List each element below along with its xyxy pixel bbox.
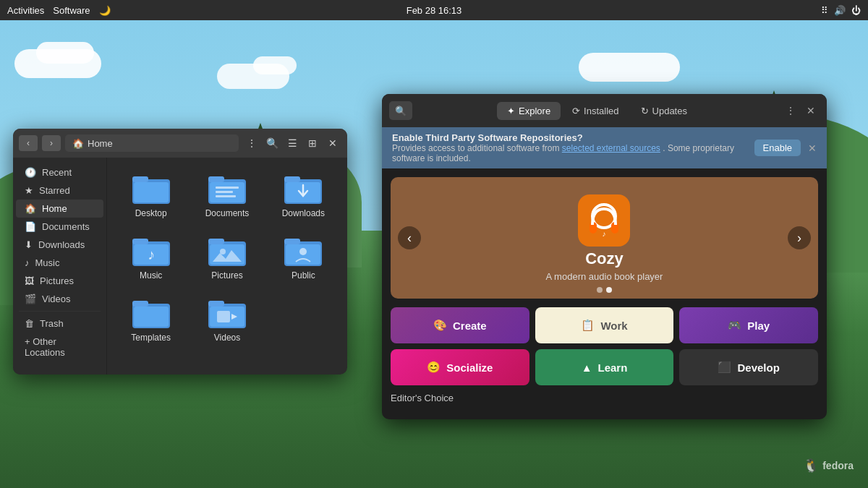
file-manager-window: ‹ › 🏠 Home ⋮ 🔍 ☰ ⊞ ✕ 🕐 Recent xyxy=(13,129,347,374)
sc-tabs: ✦ Explore ⟳ Installed ↻ Updates xyxy=(418,102,776,120)
starred-icon: ★ xyxy=(25,185,33,196)
svg-rect-17 xyxy=(208,239,224,244)
sc-hero-carousel: ‹ ♪ Cozy A modern audio book player › xyxy=(391,177,818,299)
svg-rect-4 xyxy=(208,176,224,182)
volume-icon[interactable]: 🔊 xyxy=(834,5,846,16)
fm-search-button[interactable]: 🔍 xyxy=(263,134,281,152)
sidebar-label-other: + Other Locations xyxy=(25,336,95,358)
sc-hero-dot-2[interactable] xyxy=(606,287,612,293)
folder-videos[interactable]: Videos xyxy=(192,291,262,347)
sc-category-create[interactable]: 🎨 Create xyxy=(391,307,529,343)
sidebar-item-documents[interactable]: 📄 Documents xyxy=(16,218,103,236)
fm-home-icon: 🏠 xyxy=(72,138,84,149)
svg-point-23 xyxy=(299,248,307,255)
work-icon: 📋 xyxy=(581,319,595,332)
tab-explore-label: Explore xyxy=(519,106,550,116)
fm-close-button[interactable]: ✕ xyxy=(324,134,341,152)
sc-banner-close-button[interactable]: ✕ xyxy=(808,142,817,154)
socialize-label: Socialize xyxy=(446,361,493,374)
sc-tab-updates[interactable]: ↻ Updates xyxy=(631,102,697,120)
sidebar-item-recent[interactable]: 🕐 Recent xyxy=(16,163,103,181)
sc-banner-link[interactable]: selected external sources xyxy=(562,143,660,153)
software-center-window: 🔍 ✦ Explore ⟳ Installed ↻ Updates ⋮ ✕ xyxy=(382,94,827,419)
sc-menu-button[interactable]: ⋮ xyxy=(782,102,799,119)
sc-hero-prev-button[interactable]: ‹ xyxy=(398,226,421,249)
learn-icon: ▲ xyxy=(582,361,592,374)
svg-point-19 xyxy=(220,249,226,254)
sidebar-item-trash[interactable]: 🗑 Trash xyxy=(16,314,103,333)
svg-rect-1 xyxy=(132,176,148,182)
folder-pictures-label: Pictures xyxy=(211,270,242,281)
sidebar-item-home[interactable]: 🏠 Home xyxy=(16,200,103,218)
sc-hero-next-button[interactable]: › xyxy=(788,226,811,249)
home-icon: 🏠 xyxy=(25,203,36,214)
sidebar-item-pictures[interactable]: 🖼 Pictures xyxy=(16,272,103,290)
sc-tab-explore[interactable]: ✦ Explore xyxy=(497,102,561,120)
trash-icon: 🗑 xyxy=(25,318,34,329)
fm-list-view-button[interactable]: ☰ xyxy=(284,134,301,152)
fm-grid-view-button[interactable]: ⊞ xyxy=(304,134,321,152)
sc-category-work[interactable]: 📋 Work xyxy=(535,307,674,343)
power-icon[interactable]: ⏻ xyxy=(851,5,861,16)
sc-hero-dots xyxy=(597,287,612,293)
svg-rect-26 xyxy=(134,307,169,327)
sc-editors-choice-label: Editor's Choice xyxy=(391,393,818,403)
fm-content-area: Desktop Documents xyxy=(107,158,347,374)
sc-enable-button[interactable]: Enable xyxy=(754,140,801,156)
sc-search-button[interactable]: 🔍 xyxy=(389,101,412,120)
folder-downloads-label: Downloads xyxy=(282,208,325,218)
svg-rect-31 xyxy=(578,194,630,247)
socialize-icon: 😊 xyxy=(427,361,441,374)
sc-category-play[interactable]: 🎮 Play xyxy=(679,307,818,343)
sc-category-learn[interactable]: ▲ Learn xyxy=(535,349,674,385)
sidebar-label-documents: Documents xyxy=(42,221,90,232)
play-icon: 🎮 xyxy=(728,319,741,332)
work-label: Work xyxy=(600,320,627,332)
folder-pictures[interactable]: Pictures xyxy=(192,228,262,285)
fm-back-button[interactable]: ‹ xyxy=(19,135,38,151)
folder-templates-label: Templates xyxy=(131,333,171,343)
accessibility-icon[interactable]: ⠿ xyxy=(821,5,828,16)
fm-path-bar[interactable]: 🏠 Home xyxy=(65,134,239,152)
desktop: Activities Software 🌙 Feb 28 16:13 ⠿ 🔊 ⏻ xyxy=(0,0,868,488)
fm-menu-button[interactable]: ⋮ xyxy=(243,134,260,152)
sidebar-label-music: Music xyxy=(35,257,60,268)
sidebar-item-videos[interactable]: 🎬 Videos xyxy=(16,290,103,308)
sidebar-item-downloads[interactable]: ⬇ Downloads xyxy=(16,236,103,254)
svg-rect-6 xyxy=(216,187,239,189)
sc-banner-title: Enable Third Party Software Repositories… xyxy=(392,132,747,143)
sc-bottom-section: Editor's Choice xyxy=(382,385,827,406)
installed-icon: ⟳ xyxy=(572,106,580,116)
fm-forward-button[interactable]: › xyxy=(42,135,61,151)
sidebar-label-trash: Trash xyxy=(40,318,64,329)
sc-tab-installed[interactable]: ⟳ Installed xyxy=(562,102,629,120)
svg-rect-2 xyxy=(134,182,169,202)
svg-rect-8 xyxy=(216,195,236,197)
folder-documents[interactable]: Documents xyxy=(192,166,262,223)
sidebar-label-home: Home xyxy=(42,203,67,214)
sidebar-label-videos: Videos xyxy=(42,294,71,304)
sc-hero-dot-1[interactable] xyxy=(597,287,603,293)
sc-close-button[interactable]: ✕ xyxy=(802,102,820,119)
folder-public[interactable]: Public xyxy=(268,228,339,285)
fm-body: 🕐 Recent ★ Starred 🏠 Home 📄 Documents ⬇ xyxy=(13,158,347,374)
sc-category-socialize[interactable]: 😊 Socialize xyxy=(391,349,529,385)
explore-star-icon: ✦ xyxy=(507,106,515,116)
svg-rect-7 xyxy=(216,191,233,193)
folder-templates[interactable]: Templates xyxy=(116,291,186,347)
sidebar-item-music[interactable]: ♪ Music xyxy=(16,254,103,272)
folder-desktop[interactable]: Desktop xyxy=(116,166,186,223)
tab-installed-label: Installed xyxy=(584,106,618,116)
svg-rect-13 xyxy=(132,239,148,244)
topbar: Activities Software 🌙 Feb 28 16:13 ⠿ 🔊 ⏻ xyxy=(0,0,868,20)
svg-rect-28 xyxy=(208,301,224,307)
folder-music[interactable]: ♪ Music xyxy=(116,228,186,285)
sc-category-develop[interactable]: ⬛ Develop xyxy=(679,349,818,385)
sidebar-item-starred[interactable]: ★ Starred xyxy=(16,181,103,200)
music-icon: ♪ xyxy=(25,257,30,268)
sidebar-item-other-locations[interactable]: + Other Locations xyxy=(16,333,103,361)
sc-third-party-banner: Enable Third Party Software Repositories… xyxy=(382,127,827,168)
folder-downloads[interactable]: Downloads xyxy=(268,166,339,223)
activities-label[interactable]: Activities xyxy=(7,5,44,16)
sidebar-label-recent: Recent xyxy=(42,167,72,178)
